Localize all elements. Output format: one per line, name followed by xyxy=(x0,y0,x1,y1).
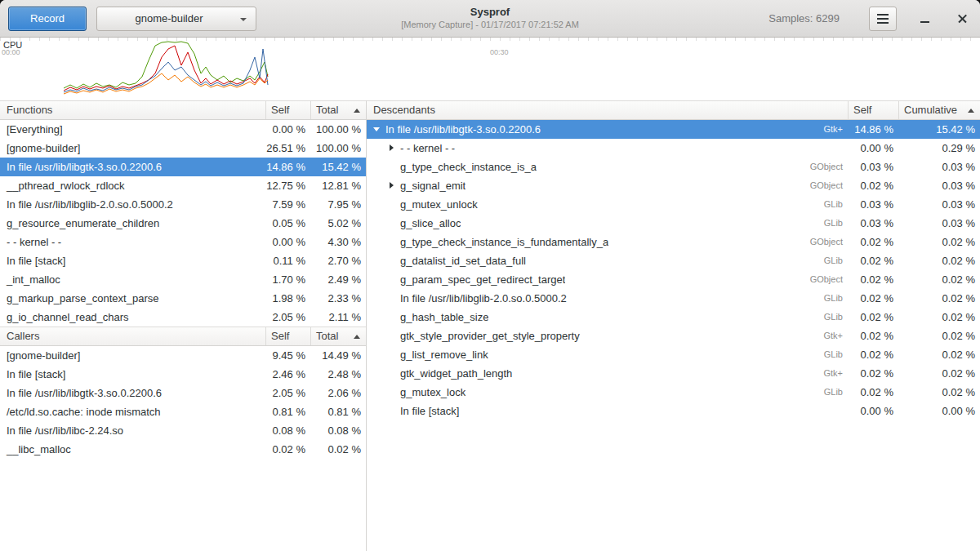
table-row[interactable]: g_type_check_instance_is_a GObject 0.03 … xyxy=(367,158,980,176)
expander-icon[interactable] xyxy=(388,176,395,195)
expander-icon[interactable] xyxy=(373,120,381,139)
column-header-label: Total xyxy=(316,101,338,119)
callers-table: [gnome-builder] 9.45 % 14.49 % In file [… xyxy=(0,346,366,459)
function-name: In file /usr/lib/libgtk-3.so.0.2200.6 xyxy=(0,158,265,176)
close-button[interactable] xyxy=(952,9,972,29)
table-row[interactable]: g_param_spec_get_redirect_target GObject… xyxy=(367,270,980,289)
table-row[interactable]: In file /usr/lib/libgtk-3.so.0.2200.6 Gt… xyxy=(367,120,980,139)
column-header-label: Total xyxy=(316,327,338,345)
table-row[interactable]: __pthread_rwlock_rdlock 12.75 % 12.81 % xyxy=(0,176,366,195)
self-value: 2.46 % xyxy=(265,365,310,384)
self-value: 0.02 % xyxy=(848,345,898,364)
self-value: 0.02 % xyxy=(848,383,898,402)
descendant-name: g_hash_table_size xyxy=(400,308,488,327)
target-dropdown[interactable]: gnome-builder xyxy=(96,7,256,31)
table-row[interactable]: g_signal_emit GObject 0.02 % 0.03 % xyxy=(367,176,980,195)
table-row[interactable]: In file /usr/lib/libgtk-3.so.0.2200.6 2.… xyxy=(0,384,366,402)
table-row[interactable]: g_slice_alloc GLib 0.03 % 0.03 % xyxy=(367,214,980,233)
category-label: GLib xyxy=(791,251,848,270)
chevron-down-icon xyxy=(240,18,247,21)
table-row[interactable]: g_datalist_id_set_data_full GLib 0.02 % … xyxy=(367,251,980,270)
self-value: 14.86 % xyxy=(848,120,898,139)
self-value: 0.02 % xyxy=(848,364,898,383)
minimize-button[interactable] xyxy=(915,9,934,29)
total-value: 12.81 % xyxy=(310,176,366,195)
table-row[interactable]: In file [stack] 2.46 % 2.48 % xyxy=(0,365,366,384)
table-row[interactable]: gtk_widget_path_length Gtk+ 0.02 % 0.02 … xyxy=(367,364,980,383)
menu-button[interactable] xyxy=(869,7,897,31)
self-value: 12.75 % xyxy=(265,176,310,195)
cumulative-value: 0.00 % xyxy=(898,402,980,420)
table-row[interactable]: g_type_check_instance_is_fundamentally_a… xyxy=(367,233,980,251)
table-row[interactable]: In file /usr/lib/libgtk-3.so.0.2200.6 14… xyxy=(0,158,366,176)
table-row[interactable]: In file /usr/lib/libglib-2.0.so.0.5000.2… xyxy=(367,289,980,308)
descendant-name-cell: g_slice_alloc xyxy=(367,214,791,233)
expander-icon[interactable] xyxy=(388,139,395,158)
table-row[interactable]: g_io_channel_read_chars 2.05 % 2.11 % xyxy=(0,308,366,327)
cumulative-value: 0.02 % xyxy=(898,383,980,402)
column-header-cumulative[interactable]: Cumulative xyxy=(898,101,980,119)
column-header-callers[interactable]: Callers xyxy=(0,327,265,345)
self-value: 0.03 % xyxy=(848,214,898,233)
cumulative-value: 0.29 % xyxy=(898,139,980,158)
table-row[interactable]: g_hash_table_size GLib 0.02 % 0.02 % xyxy=(367,308,980,327)
table-row[interactable]: In file [stack] 0.11 % 2.70 % xyxy=(0,251,366,270)
total-value: 4.30 % xyxy=(310,233,366,251)
category-label: GLib xyxy=(791,345,848,364)
table-row[interactable]: In file /usr/lib/libc-2.24.so 0.08 % 0.0… xyxy=(0,421,366,440)
descendant-name-cell: g_signal_emit xyxy=(367,176,791,195)
total-value: 2.11 % xyxy=(310,308,366,327)
table-row[interactable]: [gnome-builder] 26.51 % 100.00 % xyxy=(0,139,366,158)
table-row[interactable]: In file [stack] 0.00 % 0.00 % xyxy=(367,402,980,420)
table-row[interactable]: [Everything] 0.00 % 100.00 % xyxy=(0,120,366,139)
samples-count: Samples: 6299 xyxy=(768,12,840,24)
column-header-self[interactable]: Self xyxy=(265,101,310,119)
functions-pane: Functions Self Total [Everything] 0.00 %… xyxy=(0,100,366,551)
self-value: 0.00 % xyxy=(848,402,898,420)
table-row[interactable]: - - kernel - - 0.00 % 0.29 % xyxy=(367,139,980,158)
self-value: 0.02 % xyxy=(848,233,898,251)
table-row[interactable]: g_list_remove_link GLib 0.02 % 0.02 % xyxy=(367,345,980,364)
table-row[interactable]: _int_malloc 1.70 % 2.49 % xyxy=(0,270,366,289)
self-value: 0.02 % xyxy=(848,327,898,345)
table-row[interactable]: g_resource_enumerate_children 0.05 % 5.0… xyxy=(0,214,366,233)
descendant-name: - - kernel - - xyxy=(400,139,455,158)
total-value: 100.00 % xyxy=(310,139,366,158)
descendant-name: In file /usr/lib/libglib-2.0.so.0.5000.2 xyxy=(400,289,567,308)
self-value: 0.02 % xyxy=(848,176,898,195)
table-row[interactable]: g_markup_parse_context_parse 1.98 % 2.33… xyxy=(0,289,366,308)
time-label-mid: 00:30 xyxy=(490,48,509,56)
cumulative-value: 0.02 % xyxy=(898,308,980,327)
column-header-descendants[interactable]: Descendants xyxy=(367,101,848,119)
function-name: - - kernel - - xyxy=(0,233,265,251)
column-header-self[interactable]: Self xyxy=(848,101,898,119)
table-row[interactable]: - - kernel - - 0.00 % 4.30 % xyxy=(0,233,366,251)
category-label: GLib xyxy=(791,308,848,327)
table-row[interactable]: In file /usr/lib/libglib-2.0.so.0.5000.2… xyxy=(0,195,366,214)
cpu-graph xyxy=(0,38,980,100)
cumulative-value: 0.03 % xyxy=(898,214,980,233)
table-row[interactable]: [gnome-builder] 9.45 % 14.49 % xyxy=(0,346,366,365)
table-row[interactable]: g_mutex_unlock GLib 0.03 % 0.03 % xyxy=(367,195,980,214)
total-value: 5.02 % xyxy=(310,214,366,233)
table-row[interactable]: g_mutex_lock GLib 0.02 % 0.02 % xyxy=(367,383,980,402)
descendant-name-cell: g_param_spec_get_redirect_target xyxy=(367,270,791,289)
column-header-label: Cumulative xyxy=(904,101,957,119)
record-button[interactable]: Record xyxy=(8,7,87,31)
column-header-self[interactable]: Self xyxy=(265,327,310,345)
cpu-timeline[interactable]: CPU 00:00 00:30 xyxy=(0,38,980,100)
cumulative-value: 15.42 % xyxy=(898,120,980,139)
cumulative-value: 0.02 % xyxy=(898,233,980,251)
column-header-functions[interactable]: Functions xyxy=(0,101,265,119)
column-header-total[interactable]: Total xyxy=(310,327,366,345)
expander-icon xyxy=(388,327,395,345)
column-header-total[interactable]: Total xyxy=(310,101,366,119)
descendant-name: g_mutex_unlock xyxy=(400,195,478,214)
self-value: 7.59 % xyxy=(265,195,310,214)
expander-icon xyxy=(388,233,395,251)
function-name: __libc_malloc xyxy=(0,440,265,459)
table-row[interactable]: gtk_style_provider_get_style_property Gt… xyxy=(367,327,980,345)
table-row[interactable]: __libc_malloc 0.02 % 0.02 % xyxy=(0,440,366,459)
headerbar-right: Samples: 6299 xyxy=(768,7,972,31)
table-row[interactable]: /etc/ld.so.cache: inode mismatch 0.81 % … xyxy=(0,402,366,421)
